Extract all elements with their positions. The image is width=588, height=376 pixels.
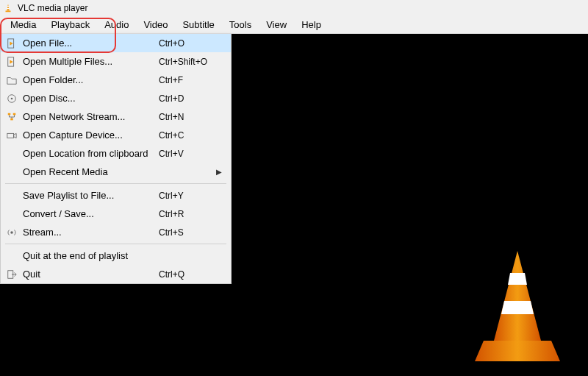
menuitem-label: Open Network Stream... [23, 111, 159, 122]
svg-rect-13 [8, 113, 11, 115]
svg-marker-8 [10, 41, 12, 45]
menu-audio[interactable]: Audio [97, 17, 136, 32]
menuitem-open-location-from-clipboard[interactable]: Open Location from clipboardCtrl+V [1, 144, 231, 163]
menuitem-label: Save Playlist to File... [23, 190, 159, 201]
blank-icon [5, 147, 18, 160]
menuitem-open-disc[interactable]: Open Disc...Ctrl+D [1, 89, 231, 107]
menuitem-shortcut: Ctrl+Shift+O [159, 57, 222, 67]
menuitem-shortcut: Ctrl+Q [159, 269, 222, 280]
menu-view[interactable]: View [259, 17, 294, 32]
menuitem-shortcut: Ctrl+O [159, 38, 222, 49]
stream-icon [5, 226, 18, 239]
svg-rect-2 [7, 8, 10, 9]
blank-icon [5, 249, 18, 263]
quit-icon [5, 268, 18, 281]
menuitem-open-recent-media[interactable]: Open Recent Media▶ [1, 163, 231, 181]
capture-icon [5, 129, 18, 142]
menu-video[interactable]: Video [136, 17, 175, 32]
menuitem-label: Open Capture Device... [23, 130, 159, 141]
menuitem-shortcut: Ctrl+Y [159, 191, 222, 201]
menuitem-open-capture-device[interactable]: Open Capture Device...Ctrl+C [1, 126, 231, 144]
menuitem-shortcut: Ctrl+N [159, 112, 222, 122]
menuitem-shortcut: Ctrl+R [159, 209, 222, 219]
menuitem-label: Stream... [23, 227, 159, 238]
svg-rect-1 [7, 6, 9, 7]
menuitem-label: Convert / Save... [23, 208, 159, 219]
svg-point-18 [10, 231, 13, 234]
chevron-right-icon: ▶ [216, 168, 222, 176]
menuitem-open-network-stream[interactable]: Open Network Stream...Ctrl+N [1, 107, 231, 126]
menu-tools[interactable]: Tools [222, 17, 259, 32]
menuitem-label: Open Folder... [23, 74, 159, 85]
titlebar: VLC media player [0, 0, 588, 16]
menuitem-shortcut: Ctrl+C [159, 130, 222, 141]
media-menu-dropdown: Open File...Ctrl+OOpen Multiple Files...… [0, 34, 232, 284]
svg-marker-10 [10, 60, 12, 63]
blank-icon [5, 166, 18, 179]
svg-rect-3 [6, 11, 11, 13]
vlc-logo-icon [473, 251, 562, 361]
menu-separator [5, 244, 226, 244]
svg-point-12 [11, 97, 13, 99]
menubar: MediaPlaybackAudioVideoSubtitleToolsView… [0, 16, 588, 34]
file-play-icon [5, 55, 18, 68]
menuitem-label: Quit [23, 269, 159, 280]
file-play-icon [5, 37, 18, 50]
menuitem-quit-at-the-end-of-playlist[interactable]: Quit at the end of playlist [1, 246, 231, 265]
menu-playback[interactable]: Playback [43, 17, 97, 32]
menuitem-open-folder[interactable]: Open Folder...Ctrl+F [1, 71, 231, 89]
menuitem-label: Open File... [23, 38, 159, 49]
svg-rect-15 [10, 118, 13, 120]
menuitem-convert-save[interactable]: Convert / Save...Ctrl+R [1, 205, 231, 223]
svg-marker-0 [7, 4, 10, 10]
menuitem-shortcut: Ctrl+V [159, 149, 222, 159]
blank-icon [5, 207, 18, 221]
menu-media[interactable]: Media [3, 17, 43, 32]
menuitem-label: Open Multiple Files... [23, 56, 159, 67]
menuitem-save-playlist-to-file[interactable]: Save Playlist to File...Ctrl+Y [1, 186, 231, 205]
menuitem-shortcut: Ctrl+D [159, 93, 222, 104]
menuitem-stream[interactable]: Stream...Ctrl+S [1, 223, 231, 241]
svg-rect-14 [13, 113, 16, 115]
menuitem-label: Open Disc... [23, 93, 159, 104]
blank-icon [5, 189, 18, 202]
menuitem-shortcut: Ctrl+F [159, 75, 222, 85]
menuitem-open-multiple-files[interactable]: Open Multiple Files...Ctrl+Shift+O [1, 52, 231, 71]
window-title: VLC media player [18, 3, 87, 13]
menuitem-label: Open Recent Media [23, 166, 148, 177]
folder-icon [5, 74, 18, 87]
menuitem-open-file[interactable]: Open File...Ctrl+O [1, 34, 231, 52]
disc-icon [5, 92, 18, 105]
menuitem-label: Open Location from clipboard [23, 148, 159, 159]
svg-rect-16 [7, 133, 14, 138]
svg-marker-4 [494, 251, 541, 341]
menu-subtitle[interactable]: Subtitle [175, 17, 221, 32]
menuitem-label: Quit at the end of playlist [23, 250, 159, 261]
vlc-cone-icon [3, 3, 13, 13]
menuitem-quit[interactable]: QuitCtrl+Q [1, 265, 231, 283]
svg-marker-17 [14, 133, 17, 138]
menuitem-shortcut: Ctrl+S [159, 227, 222, 238]
menu-separator [5, 183, 226, 184]
menu-help[interactable]: Help [294, 17, 329, 32]
network-icon [5, 110, 18, 124]
